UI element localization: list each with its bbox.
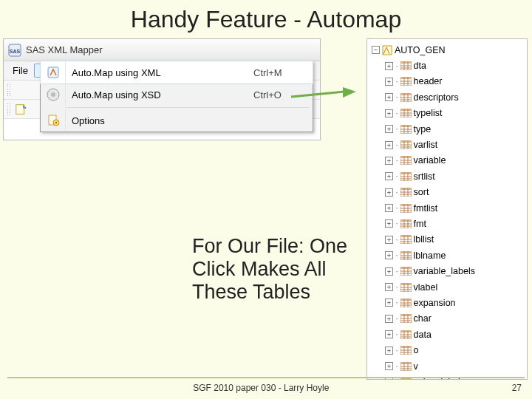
tools-dropdown: Auto.Map using XML Ctrl+M Auto.Map using… <box>40 61 313 132</box>
tree-item[interactable]: +··sort <box>369 185 525 200</box>
expand-icon[interactable]: + <box>385 219 393 228</box>
tree-panel: − AUTO_GEN +··dta+··header+··descriptors… <box>366 38 528 380</box>
tree-item[interactable]: +··descriptors <box>369 89 525 105</box>
tree-connector: ·· <box>395 330 398 338</box>
tree-item[interactable]: +··varlist <box>369 137 525 152</box>
tree-item[interactable]: +··o <box>369 342 525 358</box>
table-icon <box>400 61 412 70</box>
tree-item[interactable]: +··typelist <box>369 106 525 121</box>
menu-automap-xml[interactable]: Auto.Map using XML Ctrl+M <box>41 61 313 83</box>
tree-item[interactable]: +··fmt <box>369 216 525 231</box>
tree-connector: ·· <box>395 109 398 117</box>
titlebar: SAS SAS XML Mapper <box>4 39 320 61</box>
table-icon <box>400 283 412 292</box>
app-icon: SAS <box>8 44 21 57</box>
tree-connector: ·· <box>395 267 398 276</box>
tree-item-label: dta <box>414 61 426 71</box>
expand-icon[interactable]: + <box>385 157 393 165</box>
footer-text: SGF 2010 paper 030 - Larry Hoyle <box>10 383 512 393</box>
tree-item[interactable]: +··header <box>369 74 525 89</box>
collapse-icon[interactable]: − <box>372 46 380 54</box>
tree-connector: ·· <box>395 141 398 149</box>
tree-item[interactable]: +··srtlist <box>369 168 525 184</box>
tree-item[interactable]: +··variable <box>369 153 525 168</box>
table-icon <box>400 140 412 149</box>
tree-connector: ·· <box>395 299 398 307</box>
svg-rect-103 <box>400 299 412 301</box>
tool-icon[interactable] <box>14 102 29 117</box>
footer-rule <box>7 377 525 378</box>
expand-icon[interactable]: + <box>385 78 393 86</box>
expand-icon[interactable]: + <box>385 283 393 291</box>
expand-icon[interactable]: + <box>385 109 393 117</box>
tree-root-label: AUTO_GEN <box>395 45 446 55</box>
tree-item[interactable]: +··data <box>369 327 525 342</box>
tree-root[interactable]: − AUTO_GEN <box>369 42 525 58</box>
tree-connector: ·· <box>395 362 398 370</box>
menu-automap-xsd[interactable]: Auto.Map using XSD Ctrl+O <box>41 83 313 106</box>
tree-item-label: variable_labels <box>414 266 475 276</box>
table-icon <box>400 267 412 276</box>
tree-item[interactable]: +··lblname <box>369 248 525 263</box>
svg-rect-13 <box>400 61 412 64</box>
page-number: 27 <box>512 383 522 393</box>
expand-icon[interactable]: + <box>385 251 393 259</box>
map-root-icon <box>382 45 392 55</box>
svg-rect-43 <box>400 140 412 143</box>
table-icon <box>400 77 412 86</box>
tree-connector: ·· <box>395 204 398 212</box>
tree-item-label: variable <box>414 155 446 166</box>
svg-rect-73 <box>400 219 412 222</box>
table-icon <box>400 314 412 323</box>
table-icon <box>400 299 412 307</box>
expand-icon[interactable]: + <box>385 330 393 338</box>
expand-icon[interactable]: + <box>385 204 393 212</box>
svg-rect-91 <box>400 267 412 269</box>
table-icon <box>400 172 412 181</box>
table-icon <box>400 251 412 260</box>
tree-item-label: header <box>414 76 443 86</box>
svg-rect-2 <box>16 104 24 114</box>
tree-item[interactable]: +··expansion <box>369 295 525 310</box>
expand-icon[interactable]: + <box>385 93 393 101</box>
tree-connector: ·· <box>395 236 398 244</box>
table-icon <box>400 188 412 197</box>
expand-icon[interactable]: + <box>385 315 393 323</box>
svg-rect-49 <box>400 156 412 158</box>
svg-rect-121 <box>400 346 412 348</box>
svg-rect-85 <box>400 251 412 253</box>
expand-icon[interactable]: + <box>385 141 393 149</box>
expand-icon[interactable]: + <box>385 125 393 133</box>
svg-line-9 <box>291 92 344 97</box>
expand-icon[interactable]: + <box>385 172 393 180</box>
expand-icon[interactable]: + <box>385 188 393 197</box>
tree-item[interactable]: +··fmtlist <box>369 200 525 216</box>
expand-icon[interactable]: + <box>385 236 393 244</box>
tree-connector: ·· <box>395 172 398 180</box>
svg-point-5 <box>51 92 55 97</box>
footer: SGF 2010 paper 030 - Larry Hoyle 27 <box>0 380 532 396</box>
expand-icon[interactable]: + <box>385 299 393 307</box>
tree-item-label: srtlist <box>414 171 435 182</box>
svg-rect-109 <box>400 314 412 316</box>
table-icon <box>400 109 412 117</box>
expand-icon[interactable]: + <box>385 62 393 70</box>
tree-connector: ·· <box>395 188 398 197</box>
menu-separator <box>66 107 310 108</box>
tree-item[interactable]: +··variable_labels <box>369 263 525 279</box>
tree-item[interactable]: +··vlabel <box>369 279 525 295</box>
tree-item[interactable]: +··char <box>369 311 525 327</box>
expand-icon[interactable]: + <box>385 347 393 355</box>
menu-file[interactable]: File <box>7 64 34 78</box>
tree-item[interactable]: +··lbllist <box>369 232 525 248</box>
expand-icon[interactable]: + <box>385 267 393 276</box>
svg-rect-115 <box>400 330 412 332</box>
tree-item[interactable]: +··dta <box>369 58 525 73</box>
menu-options[interactable]: Options <box>41 109 313 132</box>
automap-xsd-icon <box>41 83 66 106</box>
options-icon <box>41 109 66 132</box>
expand-icon[interactable]: + <box>385 362 393 370</box>
tree-item[interactable]: +··type <box>369 121 525 137</box>
tree-connector: ·· <box>395 283 398 291</box>
tree-item[interactable]: +··v <box>369 358 525 374</box>
